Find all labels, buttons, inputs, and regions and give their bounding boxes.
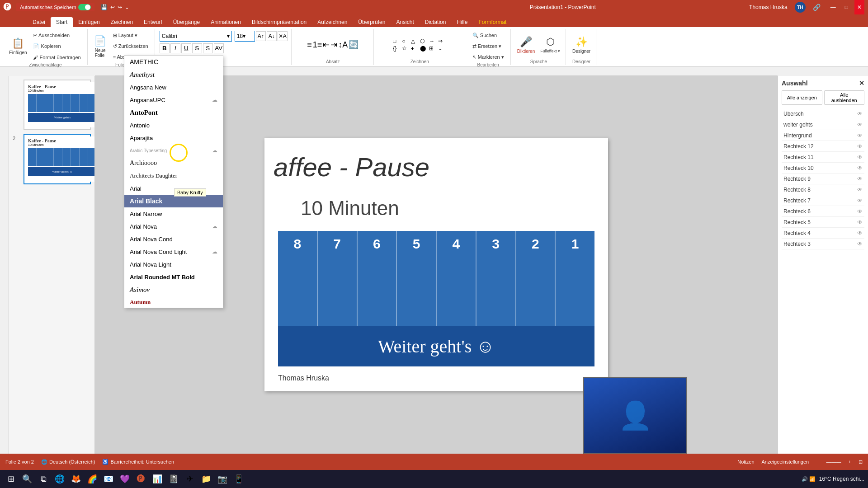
numbered-list-button[interactable]: 1≡ [313,40,322,50]
font-item-amethic[interactable]: AMETHIC [124,56,223,68]
dictate-button[interactable]: 🎤 Diktieren [515,31,537,58]
shadow-button[interactable]: S [203,43,213,53]
font-item-arial-nova[interactable]: Arial Nova ☁ [124,220,223,233]
tab-einfuegen[interactable]: Einfügen [73,17,105,27]
maximize-button[interactable]: □ [842,0,851,14]
slide-subtitle[interactable]: 10 Minuten [301,197,399,220]
tab-zeichnen[interactable]: Zeichnen [105,17,138,27]
tab-animationen[interactable]: Animationen [205,17,246,27]
autosave-toggle[interactable]: Automatisches Speichern [16,3,94,11]
bullet-list-button[interactable]: ≡ [307,40,312,50]
font-item-arial-black[interactable]: Arial Black [124,195,223,207]
font-item-autumn[interactable]: Autumn [124,296,223,308]
select-button[interactable]: ↖ Markieren ▾ [470,52,507,62]
shape-item[interactable]: ⬡ [420,38,428,44]
search-button[interactable]: 🔍 Suchen [470,31,500,41]
font-item-antonio[interactable]: Antonio [124,119,223,131]
selection-item-rechteck11[interactable]: Rechteck 11 👁 [782,152,864,163]
font-item-archioooo[interactable]: Archioooo [124,157,223,169]
shape-item[interactable]: {} [393,45,401,52]
visibility-icon[interactable]: 👁 [857,230,863,236]
replace-button[interactable]: ⇄ Ersetzen ▾ [470,42,505,52]
tab-aufzeichnen[interactable]: Aufzeichnen [312,17,353,27]
onenote-icon[interactable]: 📓 [166,472,181,486]
outlook-icon[interactable]: 📧 [101,472,116,486]
font-name-dropdown[interactable]: Calibri ▾ [160,31,232,42]
firefox-icon[interactable]: 🦊 [69,472,83,486]
font-item-antopont[interactable]: AntoPont [124,106,223,119]
font-item-arial-nova-light[interactable]: Arial Nova Light [124,258,223,271]
font-item-angsanaupc[interactable]: AngsanaUPC ☁ [124,94,223,106]
convert-smartart-button[interactable]: 🔄 [349,40,359,50]
chrome-icon[interactable]: 🌈 [85,472,99,486]
layout-button[interactable]: ⊞ Layout ▾ [110,31,151,41]
selection-item-rechteck3[interactable]: Rechteck 3 👁 [782,239,864,249]
selection-item-rechteck10[interactable]: Rechteck 10 👁 [782,163,864,174]
new-slide-button[interactable]: 📄 NeueFolie [92,33,108,60]
minimize-button[interactable]: — [828,0,839,14]
edge-icon[interactable]: 🌐 [52,472,67,486]
selection-item-weitergehts[interactable]: weiter gehts 👁 [782,119,864,130]
tab-ueberpruefen[interactable]: Überprüfen [353,17,391,27]
font-item-arial-narrow[interactable]: Arial Narrow [124,207,223,220]
shape-item[interactable]: ⊞ [429,45,437,52]
display-settings-button[interactable]: Anzeigeeinstellungen [762,459,809,465]
format-transfer-button[interactable]: 🖌 Format übertragen [30,52,83,62]
selection-item-rechteck12[interactable]: Rechteck 12 👁 [782,141,864,152]
italic-button[interactable]: I [170,43,180,53]
visibility-icon[interactable]: 👁 [857,122,863,128]
visibility-icon[interactable]: 👁 [857,111,863,117]
notes-button[interactable]: Notizen [737,459,754,465]
tab-datei[interactable]: Datei [27,17,51,27]
slide-title[interactable]: affee - Pause [274,152,599,182]
selection-item-rechteck4[interactable]: Rechteck 4 👁 [782,228,864,239]
tab-dictation[interactable]: Dictation [420,17,452,27]
reset-button[interactable]: ↺ Zurücksetzen [110,42,151,52]
close-button[interactable]: ✕ [854,0,864,14]
toolbar-more-icon[interactable]: ⌄ [125,4,129,10]
shape-item[interactable]: □ [393,38,401,44]
tab-uebergaenge[interactable]: Übergänge [168,17,205,27]
designer-button[interactable]: ✨ Designer [571,31,592,58]
right-panel-close-icon[interactable]: ✕ [859,80,864,87]
cut-button[interactable]: ✂ Ausschneiden [30,31,83,41]
char-spacing-button[interactable]: AV [214,43,224,53]
selection-item-rechteck9[interactable]: Rechteck 9 👁 [782,174,864,184]
visibility-icon[interactable]: 👁 [857,197,863,204]
zoom-slider[interactable]: ——— [826,459,841,465]
telegram-icon[interactable]: ✈ [183,472,197,486]
tab-start[interactable]: Start [51,17,73,27]
strikethrough-button[interactable]: S [192,43,202,53]
decrease-font-button[interactable]: A↓ [267,31,277,41]
decrease-indent-button[interactable]: ⇤ [323,40,330,50]
slide-canvas[interactable]: affee - Pause 10 Minuten 8 7 6 5 4 3 2 1… [264,138,608,391]
hide-all-button[interactable]: Alle ausblenden [824,90,865,105]
selection-item-rechteck5[interactable]: Rechteck 5 👁 [782,217,864,228]
underline-button[interactable]: U [181,43,191,53]
slide-thumb-1[interactable]: Kaffee - Pause 10 Minuten [24,80,91,130]
tab-entwurf[interactable]: Entwurf [138,17,168,27]
font-item-amethyst[interactable]: Amethyst [124,68,223,81]
visibility-icon[interactable]: 👁 [857,132,863,139]
shape-item[interactable]: ⇒ [438,38,446,44]
visibility-icon[interactable]: 👁 [857,176,863,182]
font-item-arial-rounded-mt-bold[interactable]: Arial Rounded MT Bold [124,271,223,283]
slide-thumb-2[interactable]: Kaffee - Pause 10 Minuten [24,134,91,184]
toolbar-redo-icon[interactable]: ↪ [118,4,122,10]
tab-formformat[interactable]: Formformat [473,17,512,27]
shape-item[interactable]: △ [411,38,419,44]
increase-font-button[interactable]: A↑ [256,31,266,41]
bold-button[interactable]: B [160,43,170,53]
visibility-icon[interactable]: 👁 [857,208,863,215]
fit-slide-button[interactable]: ⊡ [859,459,863,465]
teams-icon[interactable]: 💜 [118,472,132,486]
zoom-in-button[interactable]: + [849,459,851,465]
toolbar-undo-icon[interactable]: ↩ [110,4,115,10]
shape-more[interactable]: ⌄ [438,45,446,52]
font-item-arial[interactable]: Arial [124,182,223,195]
show-all-button[interactable]: Alle anzeigen [782,90,822,105]
tab-hilfe[interactable]: Hilfe [451,17,473,27]
clear-format-button[interactable]: ✕A [278,31,288,41]
task-view-button[interactable]: ⧉ [36,472,51,486]
tab-ansicht[interactable]: Ansicht [391,17,419,27]
